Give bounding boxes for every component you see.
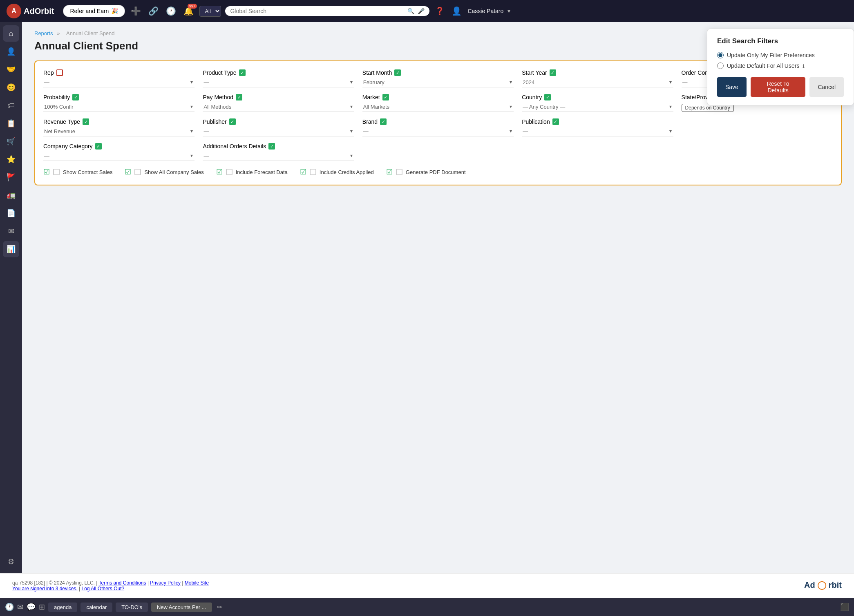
checkbox-show-contract-sales-square [53,169,60,175]
sidebar-item-reports[interactable]: 📊 [3,241,19,257]
breadcrumb-parent[interactable]: Reports [34,30,53,36]
checkbox-generate-pdf-document-square [396,169,402,175]
filter-pay-method-label: Pay Method [203,94,233,100]
footer-privacy-link[interactable]: Privacy Policy [150,580,181,586]
user-dropdown-icon[interactable]: ▾ [507,8,510,14]
filter-market-select[interactable]: All Markets [362,102,514,112]
checkbox-include-forecast-data-square [226,169,233,175]
filter-company-category-checkbox[interactable]: ✓ [95,143,102,150]
taskbar-new-accounts-button[interactable]: New Accounts Per ... [151,603,212,612]
sidebar-item-mail[interactable]: ✉ [3,223,19,239]
help-button[interactable]: ❓ [434,5,446,17]
mic-icon[interactable]: 🎤 [418,8,425,14]
filter-start-month-checkbox[interactable]: ✓ [394,69,401,76]
filter-start-month-select[interactable]: February [362,78,514,87]
taskbar-mail-icon[interactable]: ✉ [17,603,23,612]
filter-publication-select-wrapper: — [522,127,673,136]
filter-probability-checkbox[interactable]: ✓ [72,94,79,100]
filter-pay-method-checkbox[interactable]: ✓ [236,94,242,100]
checkbox-generate-pdf-document[interactable]: ☑ Generate PDF Document [386,167,466,176]
footer-signed-in-link[interactable]: You are signed into 3 devices. [12,586,78,591]
sidebar-item-doc[interactable]: 📄 [3,205,19,221]
filter-publisher-checkbox[interactable]: ✓ [229,118,236,125]
filter-probability-select[interactable]: 100% Confir [43,102,194,112]
popup-info-icon[interactable]: ℹ [803,63,805,69]
refer-earn-button[interactable]: Refer and Earn 🎉 [63,5,125,17]
notifications-button[interactable]: 🔔 99+ [182,4,195,18]
filter-publisher-select[interactable]: — [203,127,354,136]
filter-brand-select[interactable]: — [362,127,514,136]
filter-start-year-checkbox[interactable]: ✓ [550,69,556,76]
filter-country-checkbox[interactable]: ✓ [544,94,551,100]
filter-pay-method-select[interactable]: All Methods [203,102,354,112]
taskbar-agenda-button[interactable]: agenda [48,603,77,612]
filter-revenue-type-select[interactable]: Net Revenue [43,127,194,136]
filter-product-type-checkbox[interactable]: ✓ [239,69,246,76]
checkbox-show-contract-sales[interactable]: ☑ Show Contract Sales [43,167,112,176]
search-icon[interactable]: 🔍 [407,8,414,14]
taskbar-chat-icon[interactable]: 💬 [27,603,36,612]
footer-logo-orbit: ◯ [817,580,826,589]
filter-publication-checkbox[interactable]: ✓ [552,118,559,125]
add-button[interactable]: ➕ [129,4,143,18]
popup-save-button[interactable]: Save [717,77,747,97]
breadcrumb-current: Annual Client Spend [66,30,115,36]
popup-radio-all-users[interactable]: Update Default For All Users ℹ [717,62,844,69]
taskbar-toggle-icon[interactable]: ⬛ [840,603,849,611]
filter-country-select[interactable]: — Any Country — [522,102,673,112]
filter-additional-orders-details-select[interactable]: — [203,151,354,161]
search-input[interactable] [230,8,404,14]
popup-cancel-button[interactable]: Cancel [809,77,844,97]
filter-company-category-select[interactable]: — [43,151,194,161]
filter-revenue-type-checkbox[interactable]: ✓ [83,118,89,125]
sidebar-item-contacts[interactable]: 👤 [3,43,19,60]
sidebar-item-tag[interactable]: 🏷 [3,97,19,114]
sidebar-item-face[interactable]: 😊 [3,79,19,96]
footer-mobile-link[interactable]: Mobile Site [185,580,209,586]
sidebar-item-star[interactable]: ⭐ [3,151,19,167]
footer-log-others-link[interactable]: Log All Others Out? [81,586,124,591]
link-button[interactable]: 🔗 [147,4,160,18]
filter-brand-checkbox[interactable]: ✓ [380,118,387,125]
sidebar-item-flag[interactable]: 🚩 [3,169,19,185]
taskbar-calendar-button[interactable]: calendar [80,603,112,612]
filter-additional-orders-details-checkbox[interactable]: ✓ [268,143,275,150]
history-button[interactable]: 🕐 [164,4,178,18]
footer-terms-link[interactable]: Terms and Conditions [98,580,146,586]
filter-start-year-select[interactable]: 2024 [522,78,673,87]
sidebar-item-truck[interactable]: 🚛 [3,187,19,203]
checkbox-generate-pdf-document-icon: ☑ [386,167,393,176]
checkbox-include-forecast-data[interactable]: ☑ Include Forecast Data [216,167,288,176]
checkbox-include-credits-applied[interactable]: ☑ Include Credits Applied [300,167,374,176]
sidebar-item-cart[interactable]: 🛒 [3,133,19,150]
filter-publisher-header: Publisher ✓ [203,118,354,125]
popup-actions: Save Reset To Defaults Cancel [717,77,844,97]
popup-radio-all-users-input[interactable] [717,62,724,69]
filter-rep-select[interactable]: — [43,78,194,87]
filter-start-year-header: Start Year ✓ [522,69,673,76]
popup-radio-my-preferences-input[interactable] [717,52,724,58]
sidebar-item-settings[interactable]: ⚙ [3,554,19,570]
taskbar-clock-icon[interactable]: 🕐 [5,603,14,612]
sidebar-item-home[interactable]: ⌂ [3,25,19,42]
user-button[interactable]: 👤 [450,4,463,18]
filter-pay-method-select-wrapper: All Methods [203,102,354,112]
filter-rep-label: Rep [43,69,54,76]
taskbar-grid-icon[interactable]: ⊞ [39,603,45,612]
checkbox-show-all-company-sales[interactable]: ☑ Show All Company Sales [125,167,203,176]
popup-reset-button[interactable]: Reset To Defaults [751,77,805,97]
popup-radio-my-preferences[interactable]: Update Only My Filter Preferences [717,52,844,58]
filter-rep-checkbox[interactable] [56,69,63,76]
scope-select[interactable]: All [199,6,221,17]
taskbar-todo-button[interactable]: TO-DO's [116,603,148,612]
filter-revenue-type-select-wrapper: Net Revenue [43,127,194,136]
filter-probability-label: Probability [43,94,70,100]
sidebar-item-orders[interactable]: 📋 [3,115,19,132]
party-icon: 🎉 [111,8,118,14]
taskbar-edit-button[interactable]: ✏ [217,603,222,611]
filter-product-type-select[interactable]: — [203,78,354,87]
sidebar-item-handshake[interactable]: 🤝 [3,61,19,78]
popup-radio-all-users-label: Update Default For All Users [727,62,799,69]
filter-publication-select[interactable]: — [522,127,673,136]
filter-market-checkbox[interactable]: ✓ [382,94,389,100]
